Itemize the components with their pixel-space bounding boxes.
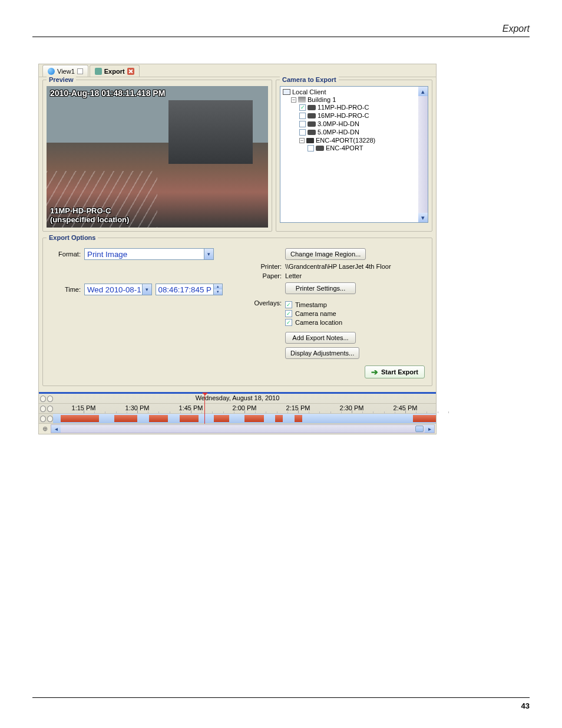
tree-camera-label: 11MP-HD-PRO-C [318, 104, 369, 111]
tree-root[interactable]: Local Client [283, 88, 427, 95]
app-window: View1 Export Preview 2010-Aug-18 01:48:1… [38, 64, 437, 434]
view-icon [48, 68, 55, 75]
overlay-checkbox[interactable]: ✓ [285, 301, 292, 308]
tree-scrollbar[interactable]: ▴ ▾ [418, 87, 428, 222]
tree-camera[interactable]: ✓11MP-HD-PRO-C [299, 104, 427, 111]
osd-camera-name: 11MP-HD-PRO-C [50, 207, 129, 215]
preview-legend: Preview [47, 76, 76, 83]
tab-export-label: Export [104, 68, 125, 75]
start-export-button[interactable]: ➔ Start Export [365, 365, 425, 378]
tree-encoder[interactable]: − ENC-4PORT(13228) [299, 137, 427, 144]
chevron-down-icon[interactable]: ▾ [204, 249, 213, 259]
tree-camera-label: 3.0MP-HD-DN [318, 120, 359, 127]
recording-segment[interactable] [214, 415, 229, 422]
overlay-label: Camera name [295, 310, 336, 317]
change-image-region-button[interactable]: Change Image Region... [285, 248, 366, 260]
add-export-notes-button[interactable]: Add Export Notes... [285, 332, 356, 344]
tree-enc-child-label: ENC-4PORT [326, 144, 363, 151]
checkbox[interactable]: ✓ [299, 104, 306, 111]
tree-camera-label: 5.0MP-HD-DN [318, 129, 359, 136]
export-options-legend: Export Options [47, 234, 98, 241]
time-spinner[interactable]: ▴▾ [213, 284, 222, 295]
camera-legend: Camera to Export [280, 76, 339, 83]
recording-segment[interactable] [149, 415, 168, 422]
overlay-checkbox[interactable]: ✓ [285, 319, 292, 326]
scroll-right-icon[interactable]: ▸ [425, 425, 434, 433]
camera-tree[interactable]: Local Client − Building 1 ✓11MP-HD-PRO-C… [280, 86, 428, 223]
tree-encoder-label: ENC-4PORT(13228) [316, 137, 375, 144]
timeline-hscroll[interactable]: ◂ ▸ [51, 424, 435, 433]
close-icon[interactable] [127, 68, 134, 75]
tab-view1[interactable]: View1 [42, 65, 88, 77]
scroll-left-icon[interactable]: ◂ [51, 425, 61, 433]
time-label: Time: [51, 286, 84, 293]
camera-icon [308, 113, 316, 118]
recording-segment[interactable] [295, 415, 302, 422]
tree-site-label: Building 1 [308, 96, 336, 103]
osd-timestamp: 2010-Aug-18 01:48:11.418 PM [50, 88, 165, 98]
format-dropdown[interactable] [84, 248, 214, 260]
tree-camera[interactable]: 3.0MP-HD-DN [299, 120, 427, 127]
tree-camera[interactable]: 16MP-HD-PRO-C [299, 112, 427, 119]
collapse-icon[interactable]: − [299, 138, 305, 143]
tab-view1-label: View1 [57, 68, 75, 75]
checkbox[interactable] [299, 121, 306, 127]
overlay-label: Camera location [295, 319, 342, 326]
camera-icon [308, 105, 316, 110]
camera-to-export-group: Camera to Export Local Client − [276, 80, 432, 232]
chevron-down-icon[interactable]: ▾ [142, 284, 151, 295]
timeline-date-label: Wednesday, August 18, 2010 [196, 394, 280, 401]
timeline-controls-3[interactable] [39, 416, 53, 422]
server-icon [298, 97, 306, 103]
preview-group: Preview 2010-Aug-18 01:48:11.418 PM 11MP… [42, 80, 272, 232]
camera-icon [308, 130, 316, 135]
timeline-ticks: 1:15 PM1:30 PM1:45 PM2:00 PM2:15 PM2:30 … [53, 404, 436, 413]
recording-segment[interactable] [275, 415, 283, 422]
scroll-down-icon[interactable]: ▾ [418, 213, 428, 222]
page-header: Export [32, 24, 530, 37]
recording-segment[interactable] [180, 415, 199, 422]
export-icon [95, 68, 102, 75]
playhead[interactable] [204, 394, 205, 424]
osd-camera-location: (unspecified location) [50, 216, 129, 224]
zoom-icon[interactable]: ⊕ [40, 425, 49, 433]
timeline-controls-2[interactable] [39, 406, 53, 412]
recording-segment[interactable] [244, 415, 264, 422]
timeline-recording-bar[interactable] [53, 414, 436, 424]
tab-bar: View1 Export [39, 64, 436, 77]
printer-settings-button[interactable]: Printer Settings... [285, 282, 356, 294]
overlay-checkbox[interactable]: ✓ [285, 310, 292, 317]
device-icon [306, 138, 314, 143]
preview-image: 2010-Aug-18 01:48:11.418 PM 11MP-HD-PRO-… [47, 86, 268, 228]
scroll-up-icon[interactable]: ▴ [418, 87, 428, 96]
checkbox[interactable] [299, 113, 306, 119]
recording-segment[interactable] [413, 415, 436, 422]
camera-icon [316, 146, 324, 151]
printer-label: Printer: [252, 263, 285, 270]
time-field[interactable] [156, 284, 223, 295]
export-options-group: Export Options Format: ▾ T [42, 238, 432, 386]
tree-root-label: Local Client [292, 88, 326, 95]
page-footer: 43 [32, 697, 530, 710]
display-adjustments-button[interactable]: Display Adjustments... [285, 347, 359, 359]
printer-value: \\Grandcentral\HP LaserJet 4th Floor [285, 263, 391, 270]
overlays-label: Overlays: [252, 299, 285, 328]
tree-camera[interactable]: 5.0MP-HD-DN [299, 129, 427, 136]
recording-segment[interactable] [61, 415, 99, 422]
timeline-controls-1[interactable] [39, 396, 53, 402]
tree-site[interactable]: − Building 1 [291, 96, 427, 103]
arrow-right-icon: ➔ [371, 367, 378, 377]
tab-export[interactable]: Export [90, 65, 140, 77]
collapse-icon[interactable]: − [291, 97, 296, 103]
overlay-label: Timestamp [295, 301, 327, 308]
timeline[interactable]: Wednesday, August 18, 2010 1:15 PM1:30 P… [39, 392, 436, 434]
tab-thumb-icon [77, 68, 83, 74]
format-label: Format: [51, 251, 84, 258]
scroll-thumb[interactable] [415, 426, 424, 432]
checkbox[interactable] [299, 129, 306, 136]
checkbox[interactable] [308, 145, 314, 151]
start-export-label: Start Export [381, 368, 418, 375]
recording-segment[interactable] [114, 415, 137, 422]
tree-enc-child[interactable]: ENC-4PORT [308, 144, 427, 151]
camera-icon [308, 121, 316, 127]
